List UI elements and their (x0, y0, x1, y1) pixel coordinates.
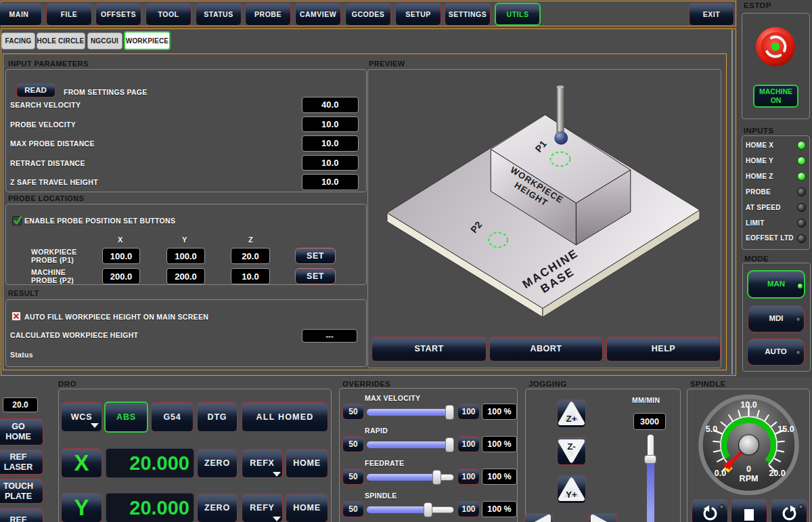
svg-text:Y+: Y+ (566, 490, 577, 500)
svg-text:0: 0 (746, 464, 751, 474)
svg-text:5.0: 5.0 (706, 425, 717, 434)
svg-text:Z-: Z- (567, 441, 576, 452)
svg-text:20.0: 20.0 (769, 469, 785, 478)
svg-text:10.0: 10.0 (740, 400, 757, 410)
svg-text:RPM: RPM (740, 474, 759, 483)
svg-text:15.0: 15.0 (777, 425, 794, 434)
svg-text:0.0: 0.0 (715, 469, 726, 478)
svg-text:Z+: Z+ (566, 414, 577, 424)
